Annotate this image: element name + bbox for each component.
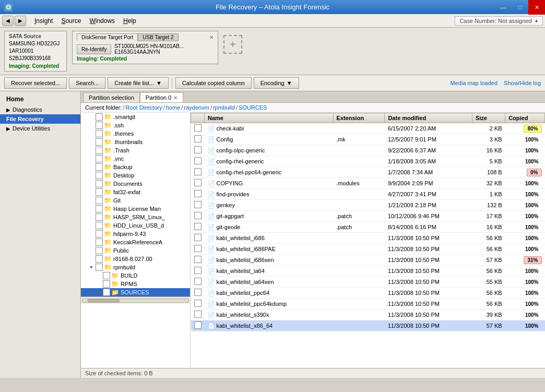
tree-item[interactable]: 📁 HDD_Linux_USB_d <box>81 221 190 230</box>
row-checkbox[interactable] <box>194 234 202 241</box>
tree-checkbox[interactable] <box>96 180 103 187</box>
row-checkbox[interactable] <box>194 179 202 186</box>
col-extension[interactable]: Extension <box>333 113 385 123</box>
tree-item[interactable]: 📁 fat32-exfat <box>81 188 190 196</box>
tree-checkbox[interactable] <box>96 247 103 254</box>
sidebar-item-device-utilities[interactable]: ▶ Device Utilities <box>0 124 80 133</box>
table-row[interactable]: 📄git-geode .patch 8/14/2006 6:16 PM 16 K… <box>191 222 545 233</box>
tree-item[interactable]: 📁 Public <box>81 246 190 255</box>
tree-item[interactable]: 📁 Hasp License Man <box>81 205 190 213</box>
table-row[interactable]: 📄kabi_whitelist_ppc64kdump 11/3/2008 10:… <box>191 299 545 310</box>
tree-horizontal-scrollbar[interactable] <box>81 296 190 304</box>
tree-item[interactable]: 📁 .thumbnails <box>81 138 190 146</box>
tree-checkbox[interactable] <box>96 205 103 212</box>
media-map-link[interactable]: Media map loaded <box>451 80 498 86</box>
row-checkbox[interactable] <box>194 278 202 285</box>
tree-item[interactable]: ▼ 📁 rpmbuild <box>81 263 190 271</box>
menu-help[interactable]: Help <box>119 16 140 26</box>
target-close-button[interactable]: ✕ <box>209 34 214 40</box>
show-hide-log-link[interactable]: Show/Hide log <box>504 80 541 86</box>
row-checkbox[interactable] <box>194 168 202 175</box>
row-checkbox[interactable] <box>194 124 202 132</box>
search-button[interactable]: Search... <box>69 77 105 89</box>
add-target-button[interactable]: + <box>223 35 242 54</box>
table-row[interactable]: 📄kabi_whitelist_s390x 11/3/2008 10:50 PM… <box>191 310 545 320</box>
tree-item[interactable]: 📁 BUILD <box>81 271 190 280</box>
tree-item[interactable]: 📁 r8168-8.027.00 <box>81 255 190 263</box>
breadcrumb-raydenvm[interactable]: raydenvm <box>184 104 209 111</box>
sidebar-item-diagnostics[interactable]: ▶ Diagnostics <box>0 105 80 114</box>
col-copied[interactable]: Copied <box>505 113 545 123</box>
row-checkbox[interactable] <box>194 300 202 307</box>
target-tab-usb[interactable]: USB Target 2 <box>138 33 178 41</box>
col-name[interactable]: Name <box>205 113 334 123</box>
tree-item[interactable]: 📁 .themes <box>81 129 190 138</box>
recover-selected-button[interactable]: Recover selected... <box>4 77 67 89</box>
table-row[interactable]: 📄check-kabi 6/15/2007 2:20 AM 2 KB 80% <box>191 123 545 134</box>
tree-checkbox[interactable] <box>103 289 110 296</box>
tree-item[interactable]: 📁 RPMS <box>81 280 190 288</box>
row-checkbox[interactable] <box>194 267 202 274</box>
table-row[interactable]: 📄kabi_whitelist_i686PAE 11/3/2008 10:50 … <box>191 244 545 255</box>
tree-checkbox[interactable] <box>96 163 103 171</box>
tree-item[interactable]: 📁 .ssh <box>81 121 190 129</box>
table-row[interactable]: 📄git-agpgart .patch 10/12/2006 9:46 PM 1… <box>191 211 545 222</box>
tab-partition0[interactable]: Partition 0 ✕ <box>140 92 184 102</box>
tree-checkbox[interactable] <box>96 188 103 196</box>
menu-source[interactable]: Source <box>57 16 85 26</box>
tree-checkbox[interactable] <box>96 113 103 121</box>
nav-back-button[interactable]: ◀ <box>2 16 14 26</box>
tree-item[interactable]: 📁 KeccakReferenceA <box>81 238 190 246</box>
tree-checkbox[interactable] <box>96 213 103 221</box>
row-checkbox[interactable] <box>194 157 202 164</box>
tree-item[interactable]: 📁 Git <box>81 196 190 205</box>
tree-checkbox[interactable] <box>96 222 103 229</box>
table-row[interactable]: 📄config-olpc-generic 9/22/2006 6:37 AM 1… <box>191 145 545 156</box>
table-row[interactable]: 📄genkey 1/21/2009 2:18 PM 132 B 100% <box>191 200 545 211</box>
breadcrumb-home[interactable]: home <box>166 104 181 111</box>
col-date[interactable]: Date modified <box>385 113 472 123</box>
table-row[interactable]: 📄Config .mk 12/5/2007 9:01 PM 3 KB 100% <box>191 134 545 145</box>
tree-checkbox[interactable] <box>96 197 103 204</box>
table-row[interactable]: 📄config-rhel-generic 1/18/2008 3:05 AM 5… <box>191 156 545 167</box>
create-file-list-button[interactable]: Create file list... ▼ <box>108 77 169 89</box>
tab-partition0-close[interactable]: ✕ <box>173 95 177 101</box>
tree-checkbox[interactable] <box>96 255 103 263</box>
breadcrumb-sources[interactable]: SOURCES <box>239 104 267 111</box>
tree-item[interactable]: ▼ 📁 SOURCES <box>81 288 190 296</box>
calculate-copied-button[interactable]: Calculate copied column <box>175 77 252 89</box>
row-checkbox[interactable] <box>194 245 202 252</box>
row-checkbox[interactable] <box>194 201 202 208</box>
table-row[interactable]: 📄kabi_whitelist_ia64xen 11/3/2008 10:50 … <box>191 277 545 288</box>
add-case-button[interactable]: + <box>535 18 538 24</box>
tree-item[interactable]: 📁 Desktop <box>81 171 190 180</box>
table-row[interactable]: 📄kabi_whitelist_i686 11/3/2008 10:50 PM … <box>191 233 545 244</box>
tree-item[interactable]: 📁 .Trash <box>81 146 190 155</box>
menu-insight[interactable]: Insight <box>30 16 57 26</box>
target-tab-disksense[interactable]: DiskSense Target Port <box>77 33 138 41</box>
menu-windows[interactable]: Windows <box>85 16 119 26</box>
breadcrumb-rpmbuild[interactable]: rpmbuild <box>213 104 235 111</box>
tree-checkbox[interactable] <box>96 147 103 154</box>
tree-item[interactable]: 📁 hdparm-9.43 <box>81 230 190 238</box>
maximize-button[interactable]: □ <box>512 0 528 15</box>
table-row[interactable]: 📄kabi_whitelist_i686xen 11/3/2008 10:50 … <box>191 255 545 266</box>
tree-checkbox[interactable] <box>103 272 110 279</box>
tree-checkbox[interactable] <box>96 138 103 146</box>
breadcrumb-root[interactable]: Root Directory <box>125 104 162 111</box>
nav-forward-button[interactable]: ▶ <box>15 16 26 26</box>
tree-checkbox[interactable] <box>96 230 103 237</box>
row-checkbox[interactable] <box>194 146 202 153</box>
row-checkbox[interactable] <box>194 289 202 296</box>
table-row[interactable]: 📄COPYING .modules 9/9/2004 2:09 PM 32 KB… <box>191 178 545 189</box>
table-row[interactable]: 📄kabi_whitelist_ppc64 11/3/2008 10:50 PM… <box>191 288 545 299</box>
tree-checkbox[interactable] <box>103 280 110 288</box>
tree-item[interactable]: 📁 HASP_SRM_Linux_ <box>81 213 190 221</box>
close-button[interactable]: ✕ <box>528 0 545 15</box>
tree-checkbox[interactable] <box>96 239 103 246</box>
tree-item[interactable]: 📁 Documents <box>81 180 190 188</box>
row-checkbox[interactable] <box>194 256 202 263</box>
tab-partition-selection[interactable]: Partition selection <box>83 92 140 102</box>
tree-checkbox[interactable] <box>96 130 103 137</box>
row-checkbox[interactable] <box>194 223 202 230</box>
